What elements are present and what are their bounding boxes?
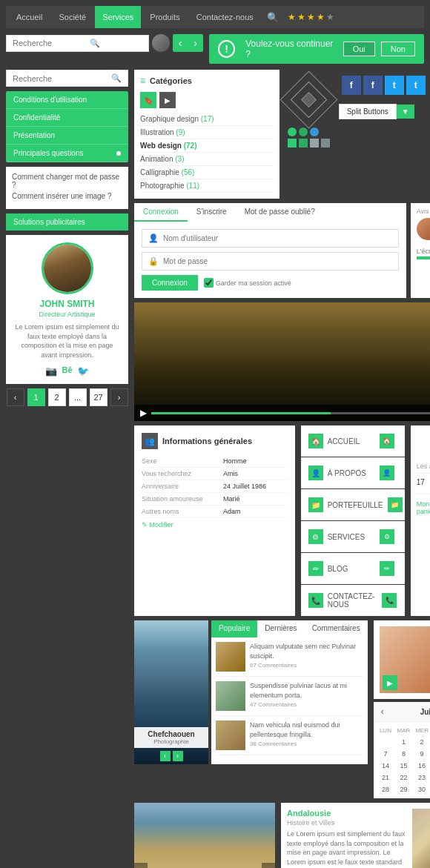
tab-oublie[interactable]: Mot de passe oublié?	[236, 203, 324, 222]
progress-label: L'écran d'accueil... 72%	[417, 248, 430, 255]
twitter-icon-1[interactable]: t	[385, 76, 404, 95]
cal-d-2[interactable]: 2	[413, 736, 430, 748]
behance-icon[interactable]: Bē	[62, 365, 72, 377]
cal-d-7[interactable]: 7	[377, 748, 395, 760]
cal-d-28[interactable]: 28	[377, 783, 395, 795]
blog-tab-populaire[interactable]: Populaire	[211, 620, 257, 637]
nm-apropos-right: 👤	[377, 463, 397, 483]
nav-search-icon[interactable]: 🔍	[267, 12, 279, 23]
blog-tab-dernieres[interactable]: Dernières	[257, 620, 304, 637]
info-table: Sexe Homme Vous recherchez Amis Annivers…	[142, 455, 288, 518]
pagination-ellipsis: ...	[69, 388, 87, 406]
menu-confidentialite[interactable]: Confidentialité	[6, 109, 128, 127]
tab-inscrire[interactable]: S'inscrire	[188, 203, 236, 222]
pagination-page-1[interactable]: 1	[27, 388, 45, 406]
cal-d-21[interactable]: 21	[377, 772, 395, 783]
tab-connexion[interactable]: Connexion	[134, 203, 188, 222]
pagination-prev[interactable]: ‹	[7, 388, 24, 406]
nav-accueil[interactable]: Accueil	[9, 6, 50, 28]
menu-questions[interactable]: Principales questions	[6, 145, 128, 162]
info-label-sexe: Sexe	[142, 457, 223, 465]
search-next-btn[interactable]: ›	[188, 34, 203, 52]
cat-item-3[interactable]: Animation (3)	[140, 153, 274, 166]
cart-panier-link[interactable]: Mon panier >	[417, 500, 430, 515]
nav-produits[interactable]: Produits	[142, 6, 187, 28]
cal-d-1[interactable]: 1	[394, 736, 413, 748]
chefchaouen-prev[interactable]: ‹	[160, 751, 171, 761]
nm-portfolio[interactable]: 📁 PORTEFEUILLE 📁	[301, 489, 405, 520]
nm-contact[interactable]: 📞 CONTACTEZ-NOUS 📞	[301, 585, 405, 616]
facebook-icon-1[interactable]: f	[342, 76, 361, 95]
nm-blog-label: BLOG	[328, 565, 348, 573]
cat-item-1[interactable]: Illustration (9)	[140, 126, 274, 139]
cal-d-8[interactable]: 8	[394, 748, 413, 760]
nm-blog-right: ✏	[377, 558, 397, 579]
small-avatar	[152, 34, 170, 52]
non-button[interactable]: Non	[381, 42, 415, 56]
twitter-icon-2[interactable]: t	[406, 76, 426, 95]
nav-societe[interactable]: Société	[51, 6, 93, 28]
cal-d-22[interactable]: 22	[394, 772, 413, 783]
blog-tab-commentaires[interactable]: Commentaires	[305, 620, 368, 637]
cal-lun: LUN	[377, 725, 395, 736]
cal-d-30[interactable]: 30	[413, 783, 430, 795]
search-prev-btn[interactable]: ‹	[173, 34, 188, 52]
nm-services[interactable]: ⚙ SERVICES ⚙	[301, 521, 405, 552]
diamond-shapes	[287, 77, 331, 122]
info-header: 👥 Informations générales	[142, 433, 288, 449]
top-search-input[interactable]	[13, 39, 87, 47]
faq-q1[interactable]: Comment changer mot de passe ?	[12, 173, 122, 189]
blog-text-0: Aliquam vulputate sem nec Pulvinar susci…	[250, 642, 363, 660]
nm-accueil[interactable]: 🏠 ACCUEIL 🏠	[301, 425, 405, 457]
split-arrow-btn[interactable]: ▼	[397, 105, 414, 119]
password-wrap: 🔒	[142, 252, 399, 271]
cat-item-4[interactable]: Calligraphie (56)	[140, 166, 274, 179]
oui-button[interactable]: Oui	[343, 42, 375, 56]
solutions-box[interactable]: Solutions publicitaires	[6, 213, 128, 231]
social-icons: f f t t	[339, 70, 429, 101]
chefchaouen-next[interactable]: ›	[173, 751, 183, 761]
cal-d-14[interactable]: 14	[377, 760, 395, 772]
remember-checkbox[interactable]	[204, 278, 214, 288]
cal-d-29[interactable]: 29	[394, 783, 413, 795]
cal-d-15[interactable]: 15	[394, 760, 413, 772]
connexion-btn[interactable]: Connexion	[142, 275, 198, 291]
cal-d-e0[interactable]	[377, 736, 395, 748]
pagination-page-2[interactable]: 2	[48, 388, 66, 406]
video-progress-fill	[151, 412, 331, 414]
facebook-icon-2[interactable]: f	[363, 76, 383, 95]
cat-item-2[interactable]: Web design (72)	[140, 139, 274, 153]
username-input[interactable]	[163, 234, 392, 242]
music-play-btn[interactable]: ▶	[383, 675, 397, 690]
nm-apropos[interactable]: 👤 À PROPOS 👤	[301, 457, 405, 488]
info-edit-btn[interactable]: ✎ Modifier	[142, 521, 288, 529]
info-icon: 👥	[142, 433, 158, 449]
nm-blog[interactable]: ✏ BLOG ✏	[301, 553, 405, 584]
pagination-page-27[interactable]: 27	[90, 388, 108, 406]
password-input[interactable]	[163, 257, 392, 265]
nav-services[interactable]: Services	[95, 6, 141, 28]
landscape-prev-btn[interactable]: ‹	[134, 863, 148, 868]
play-btn[interactable]: ▶	[140, 408, 147, 418]
cat-item-5[interactable]: Photographie (11)	[140, 179, 274, 193]
cal-d-16[interactable]: 16	[413, 760, 430, 772]
cat-icon-bookmark[interactable]: 🔖	[140, 92, 156, 108]
video-progress-bar[interactable]	[151, 412, 430, 414]
faq-q2[interactable]: Comment insérer une image ?	[12, 192, 122, 200]
twitter-icon[interactable]: 🐦	[77, 365, 89, 377]
info-value-recherche: Amis	[223, 470, 288, 477]
landscape-next-btn[interactable]: ›	[262, 863, 275, 868]
pagination: ‹ 1 2 ... 27 ›	[6, 388, 128, 406]
left-search-input[interactable]	[13, 74, 111, 83]
cat-icon-video[interactable]: ▶	[159, 92, 176, 108]
split-main-btn[interactable]: Split Buttons	[339, 104, 397, 119]
cat-item-0[interactable]: Graphique design (17)	[140, 113, 274, 126]
menu-presentation[interactable]: Présentation	[6, 127, 128, 145]
cal-prev-btn[interactable]: ‹	[381, 706, 384, 717]
cal-d-9[interactable]: 9	[413, 748, 430, 760]
instagram-icon[interactable]: 📷	[45, 365, 57, 377]
menu-conditions[interactable]: Conditions d'utilisation	[6, 91, 128, 109]
nav-contact[interactable]: Contactez-nous	[189, 6, 261, 28]
pagination-next[interactable]: ›	[110, 388, 128, 406]
cal-d-23[interactable]: 23	[413, 772, 430, 783]
